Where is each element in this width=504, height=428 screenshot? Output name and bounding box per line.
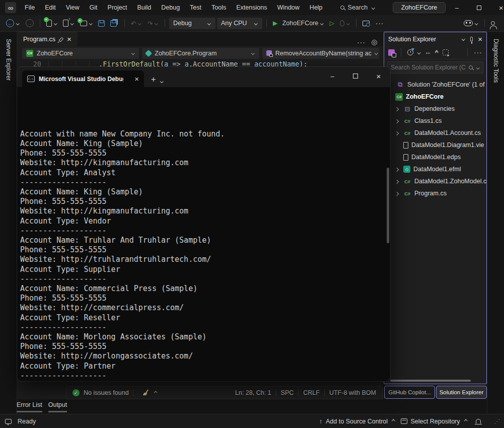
console-scrollbar[interactable]	[387, 168, 389, 243]
tree-item[interactable]: DataModel1.efml	[384, 163, 486, 175]
console-output[interactable]: Account with name New Company Inc. not f…	[17, 87, 390, 381]
code-cleanup-icon[interactable]	[142, 389, 150, 396]
start-debugging-button[interactable]: ▶ ZohoEFCore	[271, 18, 326, 28]
menu-item[interactable]: Window	[272, 2, 304, 13]
new-tab-button[interactable]: +	[151, 75, 156, 84]
tree-item[interactable]: Solution 'ZohoEFCore' (1 of 1	[384, 79, 486, 91]
sync-with-active-document-icon[interactable]: ↔	[425, 49, 431, 56]
undo-button[interactable]: ↶	[129, 18, 144, 29]
chevron-up-icon[interactable]	[154, 391, 157, 394]
pin-icon[interactable]	[470, 37, 473, 41]
chevron-down-icon[interactable]	[476, 66, 479, 69]
menu-item[interactable]: Git	[85, 2, 102, 13]
menu-item[interactable]: View	[61, 2, 84, 13]
document-well-overflow-button[interactable]	[357, 38, 366, 46]
issues-status[interactable]: No issues found	[84, 389, 129, 396]
menu-item[interactable]: Build	[132, 2, 156, 13]
menu-item[interactable]: Test	[185, 2, 206, 13]
gear-icon[interactable]	[372, 40, 377, 45]
collapse-all-icon[interactable]	[435, 51, 439, 54]
console-tab[interactable]: C:\ Microsoft Visual Studio Debug	[22, 70, 144, 87]
expander-icon[interactable]	[395, 129, 400, 136]
console-title-bar[interactable]: C:\ Microsoft Visual Studio Debug + –	[17, 67, 390, 87]
platform-dropdown[interactable]: Any CPU	[217, 18, 262, 29]
tree-item[interactable]: Program.cs	[384, 187, 486, 199]
maximize-button[interactable]	[468, 0, 490, 15]
tab-dropdown-chevron[interactable]	[160, 80, 163, 83]
server-explorer-tab[interactable]: Server Explorer	[5, 39, 12, 81]
indentation-indicator[interactable]: SPC	[281, 389, 294, 396]
diagnostic-tools-tab[interactable]: Diagnostic Tools	[492, 39, 499, 83]
expander-icon[interactable]	[395, 178, 400, 185]
line-ending-indicator[interactable]: CRLF	[303, 389, 320, 396]
navigate-forward-button[interactable]: →	[24, 18, 36, 29]
toolbar-overflow-icon[interactable]	[474, 48, 482, 56]
search-control[interactable]: Search	[336, 3, 380, 13]
select-repository-button[interactable]: Select Repository	[401, 418, 468, 425]
solution-search-box[interactable]	[387, 61, 483, 74]
notifications-bell-icon[interactable]	[476, 419, 481, 423]
start-without-debugging-button[interactable]: ▷	[328, 18, 336, 28]
caret-position[interactable]: Ln: 28, Ch: 1	[235, 389, 271, 396]
member-dropdown[interactable]: RemoveAccountByName(string ac	[262, 48, 379, 59]
document-tab-programcs[interactable]: Program.cs	[17, 32, 78, 46]
chevron-down-icon[interactable]	[417, 51, 420, 54]
menu-item[interactable]: Help	[305, 2, 327, 13]
open-file-button[interactable]	[61, 18, 77, 28]
tree-item[interactable]: DataModel1.ZohoModel.c	[384, 175, 486, 187]
add-item-button[interactable]	[78, 19, 95, 28]
dock-tab[interactable]: Error List	[17, 401, 42, 412]
expander-icon[interactable]	[395, 166, 400, 173]
maximize-button[interactable]	[344, 67, 367, 85]
close-button[interactable]	[367, 67, 390, 85]
minimize-button[interactable]: –	[321, 67, 344, 85]
new-project-button[interactable]	[44, 18, 60, 28]
tree-item[interactable]: DataModel1.edps	[384, 151, 486, 163]
pending-changes-filter-icon[interactable]	[407, 49, 413, 55]
navigate-back-button[interactable]: ←	[4, 18, 22, 29]
hot-reload-button[interactable]	[338, 19, 352, 28]
expander-icon[interactable]	[395, 190, 400, 197]
minimize-button[interactable]: –	[446, 0, 468, 15]
tree-item[interactable]: ZohoEFCore	[384, 91, 486, 103]
menu-item[interactable]: Extensions	[232, 2, 271, 13]
toolbar-overflow-button[interactable]	[373, 18, 386, 29]
tree-item[interactable]: DataModel1.Diagram1.vie	[384, 139, 486, 151]
tree-item[interactable]: DataModel1.Account.cs	[384, 127, 486, 139]
save-all-button[interactable]	[108, 19, 120, 28]
close-button[interactable]	[490, 0, 504, 15]
tool-window-tab[interactable]: GitHub Copilot...	[384, 386, 435, 399]
expander-icon[interactable]	[395, 117, 400, 124]
solution-search-input[interactable]	[391, 64, 466, 71]
find-in-files-button[interactable]	[361, 19, 372, 28]
close-tab-icon[interactable]	[134, 75, 139, 83]
send-feedback-button[interactable]	[489, 20, 497, 27]
expander-icon[interactable]	[395, 105, 400, 112]
menu-item[interactable]: Tools	[207, 2, 231, 13]
tree-item[interactable]: Class1.cs	[384, 115, 486, 127]
encoding-indicator[interactable]: UTF-8 with BOM	[329, 389, 376, 396]
menu-item[interactable]: Project	[103, 2, 132, 13]
close-tab-icon[interactable]	[67, 35, 71, 43]
redo-button[interactable]: ↷	[146, 18, 161, 29]
copilot-button[interactable]	[462, 19, 481, 28]
switch-views-icon[interactable]	[388, 49, 395, 56]
menu-item[interactable]: Edit	[40, 2, 60, 13]
project-dropdown[interactable]: C# ZohoEFCore	[22, 48, 139, 59]
type-dropdown[interactable]: ZohoEFCore.Program	[142, 48, 259, 59]
chevron-down-icon[interactable]	[462, 37, 465, 40]
preview-selected-items-icon[interactable]	[443, 49, 449, 55]
menu-item[interactable]: File	[20, 2, 39, 13]
feedback-bubble-icon[interactable]	[5, 419, 12, 424]
tool-window-tab[interactable]: Solution Explorer	[436, 386, 487, 399]
menu-item[interactable]: Debug	[157, 2, 184, 13]
resize-grip[interactable]: ⋰	[494, 418, 500, 425]
save-button[interactable]	[96, 19, 107, 28]
pin-icon[interactable]	[58, 37, 63, 42]
tree-item[interactable]: Dependencies	[384, 103, 486, 115]
dock-tab[interactable]: Output	[48, 401, 67, 412]
configuration-dropdown[interactable]: Debug	[169, 18, 215, 29]
horizontal-scrollbar[interactable]	[390, 380, 471, 382]
add-to-source-control-button[interactable]: ↑ Add to Source Control	[319, 418, 396, 425]
close-icon[interactable]	[478, 35, 482, 43]
